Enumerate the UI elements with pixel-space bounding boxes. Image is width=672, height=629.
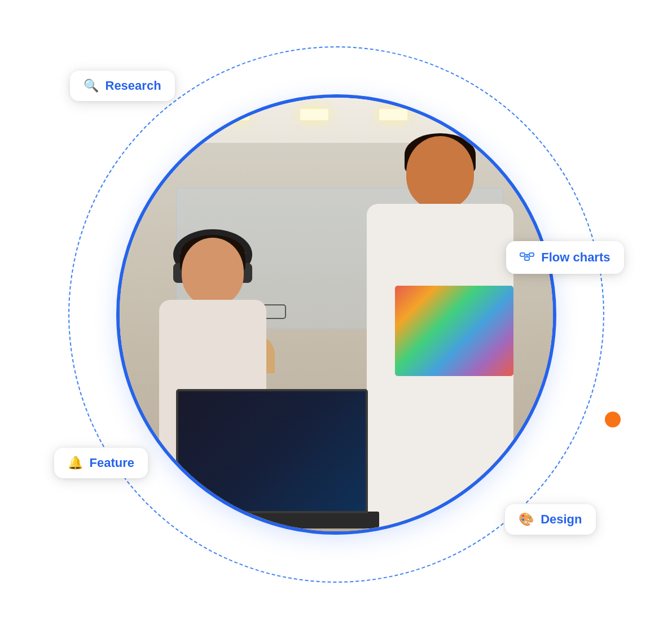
main-scene: 🔍 Research Flow charts 🔔 Feature 🎨 Desig… <box>60 38 613 591</box>
ceiling-light-1 <box>221 109 249 120</box>
laptop-screen-display <box>178 391 366 511</box>
laptop-base <box>165 512 379 528</box>
svg-rect-2 <box>525 257 529 260</box>
search-icon: 🔍 <box>84 80 99 92</box>
bell-icon: 🔔 <box>68 457 83 469</box>
foreground-people <box>120 204 553 531</box>
design-card[interactable]: 🎨 Design <box>505 504 595 535</box>
ceiling-light-2 <box>300 109 328 120</box>
tshirt-design-right <box>395 286 513 376</box>
palette-icon: 🎨 <box>519 513 534 526</box>
person-right-body <box>367 204 513 531</box>
photo-background <box>120 98 553 531</box>
main-circle-photo <box>116 94 556 535</box>
laptop-screen <box>176 389 368 513</box>
person-right-head <box>406 136 474 209</box>
flowcharts-card[interactable]: Flow charts <box>506 241 623 274</box>
svg-rect-1 <box>529 253 534 256</box>
feature-label: Feature <box>90 456 134 470</box>
svg-rect-0 <box>520 253 525 256</box>
design-label: Design <box>541 512 582 527</box>
ceiling-light-3 <box>379 109 407 120</box>
orange-dot <box>605 412 621 427</box>
research-card[interactable]: 🔍 Research <box>70 71 175 101</box>
flowchart-icon <box>520 249 534 266</box>
person-right <box>350 136 542 531</box>
feature-card[interactable]: 🔔 Feature <box>54 448 148 478</box>
research-label: Research <box>106 78 161 93</box>
person-left-head <box>182 238 244 305</box>
flowcharts-label: Flow charts <box>541 250 610 265</box>
